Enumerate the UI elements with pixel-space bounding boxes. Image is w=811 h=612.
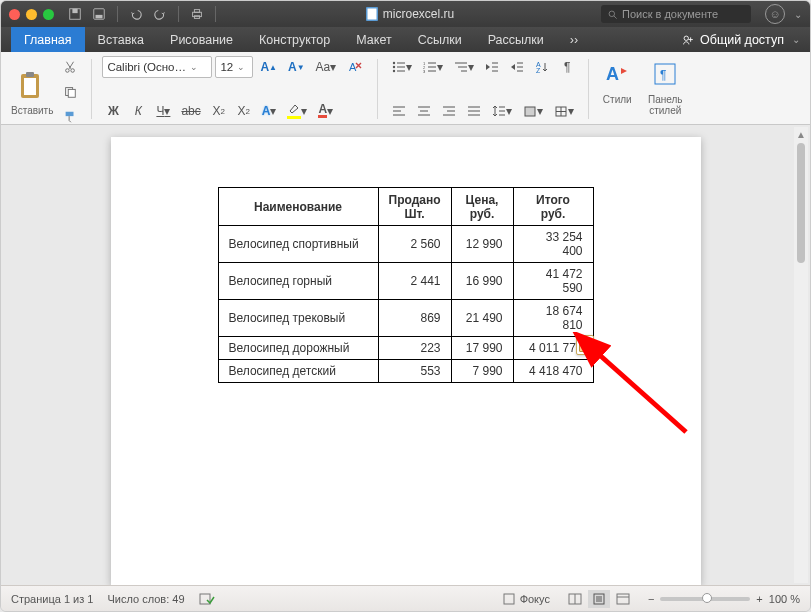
search-input[interactable]: Поиск в документе — [601, 5, 751, 23]
tabs-more[interactable]: ›› — [557, 27, 591, 52]
cut-icon[interactable] — [59, 56, 81, 78]
table-cell[interactable]: 869 — [378, 300, 451, 337]
table-cell[interactable]: Велосипед горный — [218, 263, 378, 300]
align-left-icon[interactable] — [388, 100, 410, 122]
paste-options-badge[interactable] — [576, 335, 594, 355]
grow-font-icon[interactable]: A▲ — [256, 56, 281, 78]
svg-rect-1 — [72, 9, 77, 13]
justify-icon[interactable] — [463, 100, 485, 122]
scroll-up-icon[interactable]: ▲ — [794, 127, 808, 141]
shading-icon[interactable]: ▾ — [519, 100, 547, 122]
table-cell[interactable]: Велосипед детский — [218, 360, 378, 383]
shrink-font-icon[interactable]: A▼ — [284, 56, 309, 78]
table-cell[interactable]: 223 — [378, 337, 451, 360]
table-row[interactable]: Велосипед трековый86921 49018 674 810 — [218, 300, 593, 337]
font-name-dropdown[interactable]: Calibri (Осно…⌄ — [102, 56, 212, 78]
borders-icon[interactable]: ▾ — [550, 100, 578, 122]
tab-insert[interactable]: Вставка — [85, 27, 157, 52]
table-cell[interactable]: 16 990 — [451, 263, 513, 300]
table-row[interactable]: Велосипед детский5537 9904 418 470 — [218, 360, 593, 383]
minimize-window[interactable] — [26, 9, 37, 20]
vertical-scrollbar[interactable]: ▲ — [794, 127, 808, 583]
bold-button[interactable]: Ж — [102, 100, 124, 122]
line-spacing-icon[interactable]: ▾ — [488, 100, 516, 122]
table-cell[interactable]: 7 990 — [451, 360, 513, 383]
view-read-icon[interactable] — [564, 590, 586, 608]
zoom-out-button[interactable]: − — [648, 593, 654, 605]
zoom-slider[interactable] — [660, 597, 750, 601]
table-cell[interactable]: Велосипед дорожный — [218, 337, 378, 360]
multilevel-list-icon[interactable]: ▾ — [450, 56, 478, 78]
view-print-icon[interactable] — [588, 590, 610, 608]
font-color-icon[interactable]: A▾ — [314, 100, 337, 122]
align-center-icon[interactable] — [413, 100, 435, 122]
table-cell[interactable]: Велосипед трековый — [218, 300, 378, 337]
undo-icon[interactable] — [127, 5, 145, 23]
table-cell[interactable]: 2 560 — [378, 226, 451, 263]
tab-mailings[interactable]: Рассылки — [475, 27, 557, 52]
data-table[interactable]: Наименование Продано Шт. Цена, руб. Итог… — [218, 187, 594, 383]
show-marks-icon[interactable]: ¶ — [556, 56, 578, 78]
table-row[interactable]: Велосипед дорожный22317 9904 011 770 — [218, 337, 593, 360]
maximize-window[interactable] — [43, 9, 54, 20]
table-cell[interactable]: Велосипед спортивный — [218, 226, 378, 263]
strikethrough-button[interactable]: abc — [177, 100, 204, 122]
share-button[interactable]: Общий доступ ⌄ — [671, 27, 810, 52]
focus-mode-icon[interactable]: Фокус — [502, 592, 550, 606]
sort-icon[interactable]: AZ — [531, 56, 553, 78]
scrollbar-thumb[interactable] — [797, 143, 805, 263]
autosave-icon[interactable] — [66, 5, 84, 23]
table-cell[interactable]: 18 674 810 — [513, 300, 593, 337]
decrease-indent-icon[interactable] — [481, 56, 503, 78]
subscript-button[interactable]: X2 — [208, 100, 230, 122]
table-header: Итого руб. — [513, 188, 593, 226]
zoom-percent[interactable]: 100 % — [769, 593, 800, 605]
table-cell[interactable]: 17 990 — [451, 337, 513, 360]
bullets-icon[interactable]: ▾ — [388, 56, 416, 78]
print-icon[interactable] — [188, 5, 206, 23]
font-size-dropdown[interactable]: 12⌄ — [215, 56, 253, 78]
styles-pane-button[interactable]: ¶ — [647, 56, 683, 92]
svg-rect-18 — [69, 89, 76, 97]
view-web-icon[interactable] — [612, 590, 634, 608]
align-right-icon[interactable] — [438, 100, 460, 122]
table-cell[interactable]: 553 — [378, 360, 451, 383]
clear-formatting-icon[interactable]: A — [343, 56, 367, 78]
word-count[interactable]: Число слов: 49 — [107, 593, 184, 605]
highlight-color-icon[interactable]: ▾ — [283, 100, 311, 122]
table-cell[interactable]: 41 472 590 — [513, 263, 593, 300]
tab-draw[interactable]: Рисование — [157, 27, 246, 52]
tab-layout[interactable]: Макет — [343, 27, 404, 52]
italic-button[interactable]: К — [127, 100, 149, 122]
styles-gallery-button[interactable]: A — [599, 56, 635, 92]
table-cell[interactable]: 2 441 — [378, 263, 451, 300]
increase-indent-icon[interactable] — [506, 56, 528, 78]
svg-text:Z: Z — [536, 67, 541, 74]
numbering-icon[interactable]: 123▾ — [419, 56, 447, 78]
table-row[interactable]: Велосипед горный2 44116 99041 472 590 — [218, 263, 593, 300]
table-cell[interactable]: 12 990 — [451, 226, 513, 263]
tab-references[interactable]: Ссылки — [405, 27, 475, 52]
tab-home[interactable]: Главная — [11, 27, 85, 52]
feedback-icon[interactable]: ☺ — [765, 4, 785, 24]
table-row[interactable]: Велосипед спортивный2 56012 99033 254 40… — [218, 226, 593, 263]
close-window[interactable] — [9, 9, 20, 20]
page-info[interactable]: Страница 1 из 1 — [11, 593, 93, 605]
tab-design[interactable]: Конструктор — [246, 27, 343, 52]
change-case-icon[interactable]: Aa▾ — [312, 56, 341, 78]
table-cell[interactable]: 33 254 400 — [513, 226, 593, 263]
copy-icon[interactable] — [59, 81, 81, 103]
redo-icon[interactable] — [151, 5, 169, 23]
underline-button[interactable]: Ч▾ — [152, 100, 174, 122]
text-effects-icon[interactable]: A▾ — [258, 100, 281, 122]
share-icon — [681, 33, 695, 47]
superscript-button[interactable]: X2 — [233, 100, 255, 122]
chevron-down-icon[interactable]: ⌄ — [794, 9, 802, 20]
zoom-in-button[interactable]: + — [756, 593, 762, 605]
spellcheck-icon[interactable] — [199, 592, 215, 606]
save-icon[interactable] — [90, 5, 108, 23]
paste-button[interactable] — [15, 69, 49, 103]
table-cell[interactable]: 21 490 — [451, 300, 513, 337]
page[interactable]: Наименование Продано Шт. Цена, руб. Итог… — [111, 137, 701, 585]
table-cell[interactable]: 4 418 470 — [513, 360, 593, 383]
